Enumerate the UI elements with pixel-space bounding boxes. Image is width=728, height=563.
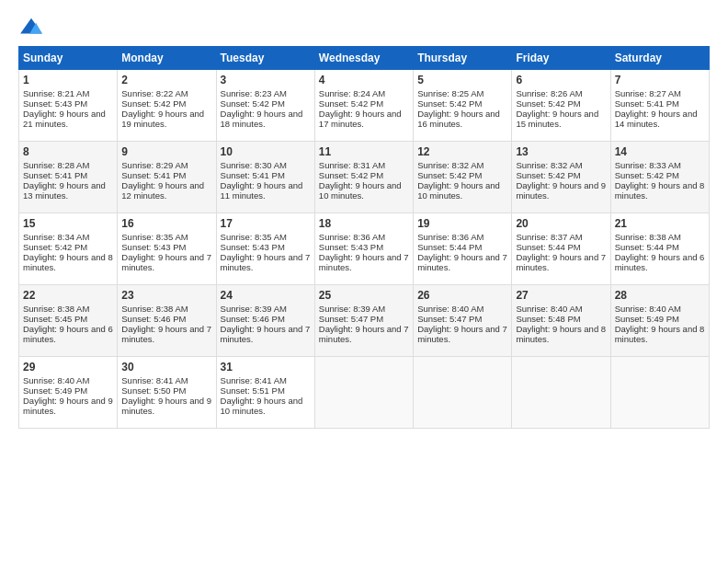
sunrise-label: Sunrise: 8:40 AM [615,304,681,314]
sunset-label: Sunset: 5:47 PM [417,314,482,324]
sunset-label: Sunset: 5:46 PM [221,314,285,324]
sunrise-label: Sunrise: 8:29 AM [121,160,188,170]
day-number: 3 [221,74,311,86]
sunset-label: Sunset: 5:41 PM [121,170,186,180]
daylight-label: Daylight: 9 hours and 7 minutes. [121,324,211,344]
calendar-cell: 18 Sunrise: 8:36 AM Sunset: 5:43 PM Dayl… [314,213,413,285]
calendar-cell: 9 Sunrise: 8:29 AM Sunset: 5:41 PM Dayli… [118,142,216,213]
calendar-cell: 21 Sunrise: 8:38 AM Sunset: 5:44 PM Dayl… [610,213,709,285]
logo [18,17,48,37]
week-row-5: 29 Sunrise: 8:40 AM Sunset: 5:49 PM Dayl… [19,357,710,429]
daylight-label: Daylight: 9 hours and 9 minutes. [516,180,606,201]
sunrise-label: Sunrise: 8:35 AM [221,232,287,242]
sunset-label: Sunset: 5:42 PM [221,98,285,109]
sunrise-label: Sunrise: 8:27 AM [615,88,681,98]
calendar-cell: 8 Sunrise: 8:28 AM Sunset: 5:41 PM Dayli… [19,142,118,213]
sunset-label: Sunset: 5:42 PM [121,98,186,109]
day-number: 4 [319,74,409,86]
daylight-label: Daylight: 9 hours and 8 minutes. [23,252,113,272]
calendar-cell: 5 Sunrise: 8:25 AM Sunset: 5:42 PM Dayli… [414,70,512,142]
daylight-label: Daylight: 9 hours and 7 minutes. [121,252,211,272]
daylight-label: Daylight: 9 hours and 7 minutes. [417,252,507,272]
sunrise-label: Sunrise: 8:32 AM [417,160,483,170]
week-row-4: 22 Sunrise: 8:38 AM Sunset: 5:45 PM Dayl… [19,285,710,357]
day-number: 31 [221,361,311,373]
sunrise-label: Sunrise: 8:22 AM [121,88,188,98]
day-number: 8 [23,145,113,158]
sunset-label: Sunset: 5:42 PM [319,170,383,180]
day-number: 30 [121,361,211,373]
header [18,17,710,37]
sunrise-label: Sunrise: 8:33 AM [615,160,681,170]
calendar-body: 1 Sunrise: 8:21 AM Sunset: 5:43 PM Dayli… [19,70,710,429]
sunrise-label: Sunrise: 8:40 AM [417,304,483,314]
day-number: 10 [221,145,311,158]
calendar-cell: 10 Sunrise: 8:30 AM Sunset: 5:41 PM Dayl… [216,142,314,213]
calendar-cell: 13 Sunrise: 8:32 AM Sunset: 5:42 PM Dayl… [512,142,610,213]
calendar-cell: 14 Sunrise: 8:33 AM Sunset: 5:42 PM Dayl… [610,142,709,213]
sunset-label: Sunset: 5:43 PM [221,242,285,252]
daylight-label: Daylight: 9 hours and 19 minutes. [121,109,204,129]
calendar-cell [512,357,610,429]
sunrise-label: Sunrise: 8:21 AM [23,88,89,98]
sunset-label: Sunset: 5:49 PM [23,385,87,396]
day-number: 21 [615,217,705,230]
sunrise-label: Sunrise: 8:39 AM [221,304,287,314]
daylight-label: Daylight: 9 hours and 6 minutes. [615,252,705,272]
calendar-cell: 24 Sunrise: 8:39 AM Sunset: 5:46 PM Dayl… [216,285,314,357]
daylight-label: Daylight: 9 hours and 15 minutes. [516,109,598,129]
sunset-label: Sunset: 5:44 PM [417,242,482,252]
day-number: 6 [516,74,606,86]
calendar-cell: 11 Sunrise: 8:31 AM Sunset: 5:42 PM Dayl… [314,142,413,213]
sunrise-label: Sunrise: 8:40 AM [23,375,89,385]
column-header-saturday: Saturday [610,47,709,70]
sunset-label: Sunset: 5:44 PM [615,242,679,252]
week-row-2: 8 Sunrise: 8:28 AM Sunset: 5:41 PM Dayli… [19,142,710,213]
calendar-cell: 16 Sunrise: 8:35 AM Sunset: 5:43 PM Dayl… [118,213,216,285]
sunset-label: Sunset: 5:42 PM [615,170,679,180]
sunset-label: Sunset: 5:51 PM [221,385,285,396]
daylight-label: Daylight: 9 hours and 10 minutes. [319,180,402,201]
sunset-label: Sunset: 5:47 PM [319,314,383,324]
sunset-label: Sunset: 5:41 PM [23,170,87,180]
logo-icon [18,17,44,37]
calendar-cell: 17 Sunrise: 8:35 AM Sunset: 5:43 PM Dayl… [216,213,314,285]
column-header-monday: Monday [118,47,216,70]
day-number: 7 [615,74,705,86]
calendar-cell: 12 Sunrise: 8:32 AM Sunset: 5:42 PM Dayl… [414,142,512,213]
daylight-label: Daylight: 9 hours and 14 minutes. [615,109,698,129]
daylight-label: Daylight: 9 hours and 9 minutes. [23,396,113,416]
sunset-label: Sunset: 5:45 PM [23,314,87,324]
day-number: 17 [221,217,311,230]
sunrise-label: Sunrise: 8:24 AM [319,88,385,98]
sunset-label: Sunset: 5:44 PM [516,242,580,252]
column-header-wednesday: Wednesday [314,47,413,70]
day-number: 24 [221,289,311,302]
calendar-cell: 22 Sunrise: 8:38 AM Sunset: 5:45 PM Dayl… [19,285,118,357]
sunrise-label: Sunrise: 8:34 AM [23,232,89,242]
sunrise-label: Sunrise: 8:25 AM [417,88,483,98]
day-number: 22 [23,289,113,302]
daylight-label: Daylight: 9 hours and 7 minutes. [319,252,409,272]
daylight-label: Daylight: 9 hours and 7 minutes. [319,324,409,344]
day-number: 18 [319,217,409,230]
calendar-cell: 20 Sunrise: 8:37 AM Sunset: 5:44 PM Dayl… [512,213,610,285]
sunrise-label: Sunrise: 8:38 AM [615,232,681,242]
sunrise-label: Sunrise: 8:26 AM [516,88,582,98]
day-number: 5 [417,74,507,86]
daylight-label: Daylight: 9 hours and 18 minutes. [221,109,303,129]
calendar-cell: 25 Sunrise: 8:39 AM Sunset: 5:47 PM Dayl… [314,285,413,357]
daylight-label: Daylight: 9 hours and 21 minutes. [23,109,106,129]
sunrise-label: Sunrise: 8:28 AM [23,160,89,170]
calendar-cell: 19 Sunrise: 8:36 AM Sunset: 5:44 PM Dayl… [414,213,512,285]
calendar-cell: 3 Sunrise: 8:23 AM Sunset: 5:42 PM Dayli… [216,70,314,142]
daylight-label: Daylight: 9 hours and 8 minutes. [516,324,606,344]
sunrise-label: Sunrise: 8:23 AM [221,88,287,98]
calendar-cell: 23 Sunrise: 8:38 AM Sunset: 5:46 PM Dayl… [118,285,216,357]
sunrise-label: Sunrise: 8:31 AM [319,160,385,170]
sunrise-label: Sunrise: 8:30 AM [221,160,287,170]
sunset-label: Sunset: 5:42 PM [417,98,482,109]
daylight-label: Daylight: 9 hours and 12 minutes. [121,180,204,201]
calendar-cell: 26 Sunrise: 8:40 AM Sunset: 5:47 PM Dayl… [414,285,512,357]
sunset-label: Sunset: 5:49 PM [615,314,679,324]
